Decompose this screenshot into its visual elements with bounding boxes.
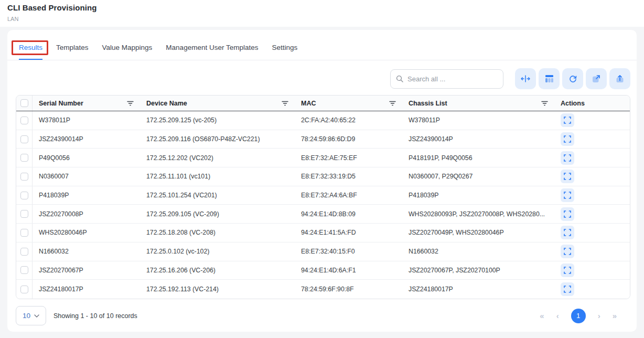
tab-bar: Results Templates Value Mappings Managem… (7, 30, 637, 60)
expand-row-button[interactable] (561, 188, 574, 202)
row-checkbox[interactable] (20, 117, 28, 124)
upload-button[interactable] (609, 68, 630, 89)
cell-serial-number: JSZ20270067P (33, 261, 140, 280)
refresh-button[interactable] (562, 68, 583, 89)
search-input[interactable] (407, 75, 498, 83)
table-row: JSZ24390014P 172.25.209.116 (OS6870-P48Z… (16, 130, 630, 149)
row-checkbox[interactable] (20, 192, 28, 199)
table-header: Serial Number Device Name MAC (16, 96, 630, 111)
tab-value-mappings-label: Value Mappings (102, 44, 153, 51)
cell-chassis-list: WHS20280093P, JSZ20270008P, WHS20280... (402, 205, 554, 223)
row-checkbox[interactable] (20, 248, 28, 256)
cell-serial-number: W378011P (33, 111, 140, 130)
filter-icon[interactable] (541, 101, 548, 106)
filter-icon[interactable] (127, 101, 134, 106)
cell-device-name: 172.25.16.206 (VC-206) (140, 261, 295, 280)
cell-device-name: 172.25.209.116 (OS6870-P48Z-VC221) (140, 130, 295, 149)
filter-icon[interactable] (282, 101, 288, 106)
tab-settings[interactable]: Settings (272, 35, 297, 60)
cell-actions (554, 149, 630, 167)
cell-actions (554, 242, 630, 261)
cell-chassis-list: JSZ24390014P (402, 130, 554, 149)
cell-device-name: 172.25.11.101 (vc101) (140, 167, 295, 186)
table-footer: 10 Showing 1 - 10 of 10 records « ‹ 1 › … (16, 306, 630, 325)
expand-row-button[interactable] (561, 132, 574, 146)
cell-actions (554, 167, 630, 186)
expand-row-button[interactable] (561, 245, 574, 258)
expand-row-button[interactable] (561, 263, 574, 277)
row-checkbox-cell (16, 280, 33, 299)
row-checkbox-cell (16, 242, 33, 261)
row-checkbox[interactable] (20, 266, 28, 274)
expand-row-button[interactable] (561, 207, 574, 221)
tab-templates[interactable]: Templates (56, 35, 89, 60)
cell-actions (554, 186, 630, 205)
column-device-name-label: Device Name (146, 100, 187, 107)
expand-icon (564, 117, 571, 124)
tab-results[interactable]: Results (19, 35, 42, 60)
cell-serial-number: JSZ24390014P (33, 130, 140, 149)
content-card: Results Templates Value Mappings Managem… (7, 30, 637, 332)
pagination-first-button[interactable]: « (540, 312, 544, 320)
page-subtitle: LAN (7, 16, 644, 22)
cell-mac: E8:E7:32:33:19:D5 (295, 167, 402, 186)
cell-actions (554, 261, 630, 280)
filter-icon[interactable] (389, 101, 396, 106)
expand-row-button[interactable] (561, 151, 574, 165)
table-row: N1660032 172.25.0.102 (vc-102) E8:E7:32:… (16, 242, 630, 261)
fit-width-button[interactable] (515, 68, 536, 89)
cell-device-name: 172.25.101.254 (VC201) (140, 186, 295, 205)
page-size-value: 10 (23, 312, 30, 320)
cell-serial-number: JSZ20270008P (33, 205, 140, 223)
row-checkbox[interactable] (20, 286, 28, 293)
row-checkbox-cell (16, 186, 33, 205)
expand-row-button[interactable] (561, 282, 574, 296)
column-chassis-list: Chassis List (402, 96, 554, 111)
expand-row-button[interactable] (561, 226, 574, 239)
column-actions-label: Actions (561, 100, 585, 107)
tab-management-user-templates[interactable]: Management User Templates (166, 35, 258, 60)
cell-serial-number: N1660032 (33, 242, 140, 261)
tab-templates-label: Templates (56, 44, 89, 51)
cell-chassis-list: P418039P (402, 186, 554, 205)
expand-icon (564, 154, 571, 162)
row-checkbox[interactable] (20, 135, 28, 143)
export-button[interactable] (586, 68, 607, 89)
cell-chassis-list: W378011P (402, 111, 554, 130)
pagination-current-page[interactable]: 1 (571, 309, 586, 323)
upload-icon (616, 75, 624, 83)
row-checkbox[interactable] (20, 154, 28, 162)
page-size-select[interactable]: 10 (16, 306, 46, 325)
cell-chassis-list: JSZ24180017P (402, 280, 554, 299)
columns-button[interactable] (539, 68, 560, 89)
row-checkbox[interactable] (20, 173, 28, 181)
expand-icon (564, 229, 571, 236)
column-actions: Actions (554, 96, 630, 111)
table-row: JSZ20270067P 172.25.16.206 (VC-206) 94:2… (16, 261, 630, 280)
expand-icon (564, 267, 571, 274)
select-all-checkbox[interactable] (20, 99, 28, 107)
header-checkbox-cell (16, 96, 33, 111)
page: CLI Based Provisioning LAN Results Templ… (0, 0, 644, 338)
tab-management-user-templates-label: Management User Templates (166, 44, 258, 51)
cell-serial-number: WHS20280046P (33, 224, 140, 242)
toolbar (390, 68, 630, 89)
expand-row-button[interactable] (561, 113, 574, 127)
row-checkbox[interactable] (20, 210, 28, 218)
expand-row-button[interactable] (561, 170, 574, 183)
column-serial-number-label: Serial Number (39, 100, 83, 107)
row-checkbox-cell (16, 130, 33, 149)
tab-value-mappings[interactable]: Value Mappings (102, 35, 153, 60)
cell-device-name: 172.25.12.202 (VC202) (140, 149, 295, 167)
cell-device-name: 172.25.209.125 (vc-205) (140, 111, 295, 130)
cell-chassis-list: JSZ20270049P, WHS20280046P (402, 224, 554, 242)
search-icon (396, 75, 403, 82)
cell-actions (554, 224, 630, 242)
pagination-prev-button[interactable]: ‹ (556, 312, 559, 320)
pagination-last-button[interactable]: » (613, 312, 617, 320)
pagination-next-button[interactable]: › (598, 312, 600, 320)
cell-serial-number: N0360007 (33, 167, 140, 186)
row-checkbox[interactable] (20, 229, 28, 237)
cell-chassis-list: P418191P, P49Q0056 (402, 149, 554, 167)
table-body: W378011P 172.25.209.125 (vc-205) 2C:FA:A… (16, 111, 630, 299)
